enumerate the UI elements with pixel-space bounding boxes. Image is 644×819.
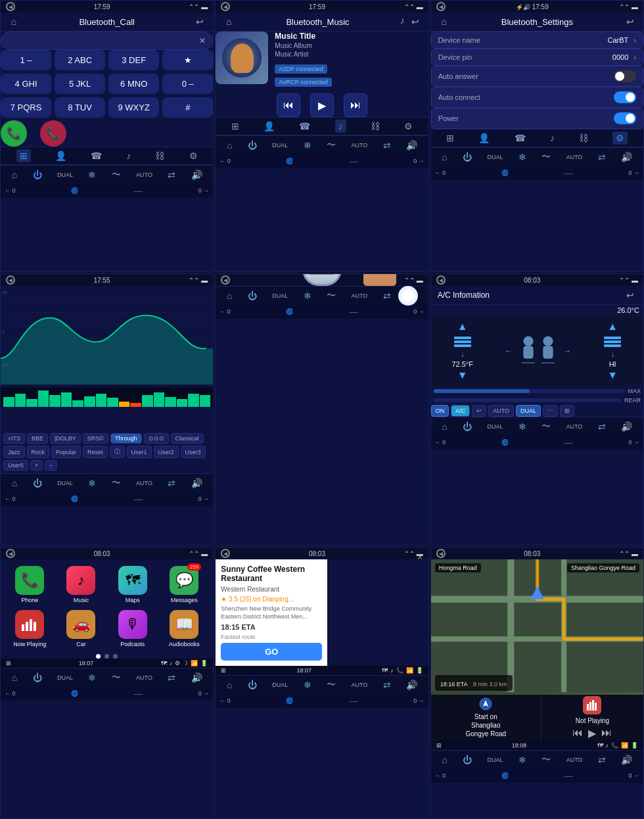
bottom-ac-4[interactable]: ❄ bbox=[88, 478, 96, 488]
chevron-device-pin[interactable]: › bbox=[633, 53, 636, 61]
key-hash[interactable]: # bbox=[162, 97, 213, 118]
back-button-7[interactable]: ◀ bbox=[6, 549, 15, 558]
call-search-input[interactable] bbox=[8, 37, 199, 45]
call-search-bar[interactable]: ✕ bbox=[1, 32, 213, 50]
ac-auto-btn[interactable]: AUTO bbox=[488, 405, 514, 417]
nav-grid-icon[interactable]: ⊞ bbox=[221, 667, 226, 674]
bottom-power-9[interactable]: ⏻ bbox=[463, 755, 472, 765]
preset-user2[interactable]: User2 bbox=[154, 446, 179, 458]
play-button[interactable]: ▶ bbox=[310, 93, 334, 117]
bottom-ac-icon[interactable]: ❄ bbox=[88, 170, 96, 180]
bottom-fan-3[interactable]: 〜 bbox=[541, 151, 551, 163]
bottom-power-3[interactable]: ⏻ bbox=[463, 152, 472, 162]
ac-recirculate-btn[interactable]: ↩ bbox=[472, 405, 486, 417]
back-button-4[interactable]: ◀ bbox=[6, 275, 15, 285]
next-button[interactable]: ⏭ bbox=[344, 93, 367, 117]
chevron-device-name[interactable]: › bbox=[633, 36, 636, 44]
nav-apps-icon[interactable]: ⊞ bbox=[16, 149, 31, 162]
preset-classical[interactable]: Classical bbox=[171, 433, 204, 444]
ac-right-up[interactable]: ▲ bbox=[607, 321, 618, 333]
bottom-home-8[interactable]: ⌂ bbox=[227, 680, 232, 690]
key-2[interactable]: 2 ABC bbox=[55, 50, 105, 70]
power-toggle[interactable] bbox=[614, 112, 636, 124]
carplay-settings-icon[interactable]: ⚙ bbox=[175, 660, 180, 667]
back-button-2[interactable]: ◀ bbox=[221, 2, 230, 11]
preset-user1[interactable]: User1 bbox=[127, 446, 152, 458]
app-messages[interactable]: 💬 259 Messages bbox=[162, 566, 206, 603]
auto-connect-toggle[interactable] bbox=[614, 91, 636, 103]
bottom-ac-9[interactable]: ❄ bbox=[518, 755, 526, 765]
auto-answer-toggle[interactable] bbox=[614, 70, 636, 82]
bottom-power-5[interactable]: ⏻ bbox=[248, 291, 257, 301]
ac-right-down[interactable]: ▼ bbox=[607, 369, 618, 381]
bottom-arrows-icon[interactable]: ⇄ bbox=[168, 170, 175, 180]
bottom-fan-7[interactable]: 〜 bbox=[112, 672, 121, 684]
nav-phone-icon[interactable]: ☎ bbox=[91, 151, 102, 161]
bottom-ac-8[interactable]: ❄ bbox=[304, 680, 311, 690]
app-car[interactable]: 🚗 Car bbox=[58, 610, 103, 647]
nav-settings-2[interactable]: ⚙ bbox=[404, 121, 413, 131]
bottom-vol-6[interactable]: 🔊 bbox=[621, 421, 632, 432]
bottom-arrows-3[interactable]: ⇄ bbox=[598, 152, 606, 162]
nav-phone-3[interactable]: ☎ bbox=[515, 133, 526, 143]
nav-settings-icon[interactable]: ⚙ bbox=[189, 151, 198, 161]
preset-its[interactable]: ≈ITS bbox=[3, 433, 25, 444]
ac-dual-btn[interactable]: DUAL bbox=[516, 405, 541, 417]
ac-grid-btn[interactable]: ⊞ bbox=[560, 405, 574, 417]
preset-info[interactable]: ⓘ bbox=[110, 446, 125, 458]
nav-user-icon[interactable]: 👤 bbox=[55, 151, 66, 161]
preset-rock[interactable]: Rock bbox=[27, 446, 50, 458]
bottom-power-6[interactable]: ⏻ bbox=[463, 421, 472, 432]
bottom-fan-2[interactable]: 〜 bbox=[327, 139, 336, 151]
back-icon-1[interactable]: ↩ bbox=[193, 15, 206, 28]
bottom-arrows-8[interactable]: ⇄ bbox=[383, 680, 391, 690]
prev-button[interactable]: ⏮ bbox=[277, 93, 300, 117]
bottom-home-2[interactable]: ⌂ bbox=[227, 140, 232, 151]
preset-bbe[interactable]: BBE bbox=[27, 433, 48, 444]
nav-link-2[interactable]: ⛓ bbox=[371, 121, 380, 131]
back-button-8[interactable]: ◀ bbox=[221, 549, 230, 558]
key-0[interactable]: 0 – bbox=[162, 74, 213, 94]
back-button-9[interactable]: ◀ bbox=[436, 549, 446, 558]
preset-circles[interactable]: ⊙⊙⊙ bbox=[144, 433, 169, 444]
preset-user3[interactable]: User3 bbox=[181, 446, 206, 458]
bottom-home-6[interactable]: ⌂ bbox=[442, 421, 447, 432]
bottom-arrows-2[interactable]: ⇄ bbox=[383, 140, 391, 151]
bottom-ac-7[interactable]: ❄ bbox=[88, 672, 96, 683]
nav-user-2[interactable]: 👤 bbox=[264, 121, 275, 131]
app-now-playing[interactable]: Now Playing bbox=[7, 610, 52, 647]
back-icon-6[interactable]: ↩ bbox=[624, 289, 637, 302]
preset-through[interactable]: Through bbox=[110, 433, 142, 444]
home-icon-2[interactable]: ⌂ bbox=[222, 15, 235, 28]
nav9-grid-icon[interactable]: ⊞ bbox=[436, 742, 442, 749]
bottom-fan-8[interactable]: 〜 bbox=[327, 679, 336, 691]
bottom-arrows-4[interactable]: ⇄ bbox=[168, 478, 175, 488]
bottom-ac-3[interactable]: ❄ bbox=[518, 152, 526, 162]
hangup-button[interactable]: 📞 bbox=[40, 120, 66, 147]
back-icon-2[interactable]: ↩ bbox=[409, 15, 422, 28]
next-track-btn[interactable]: ⏭ bbox=[601, 727, 612, 739]
nav-settings-3[interactable]: ⚙ bbox=[612, 131, 628, 145]
preset-minus[interactable]: – bbox=[45, 460, 57, 471]
bottom-power-8[interactable]: ⏻ bbox=[248, 680, 257, 690]
bottom-power-icon[interactable]: ⏻ bbox=[33, 170, 42, 180]
ac-left-down[interactable]: ↓ bbox=[461, 350, 465, 359]
bottom-fan-6[interactable]: 〜 bbox=[541, 421, 551, 433]
preset-dolby[interactable]: |DOLBY bbox=[50, 433, 81, 444]
home-icon-1[interactable]: ⌂ bbox=[7, 15, 20, 28]
preset-srs[interactable]: SRS© bbox=[83, 433, 108, 444]
preset-reset[interactable]: Reset bbox=[83, 446, 108, 458]
home-icon-3[interactable]: ⌂ bbox=[438, 15, 451, 28]
key-7[interactable]: 7 PQRS bbox=[1, 97, 51, 118]
key-9[interactable]: 9 WXYZ bbox=[108, 97, 159, 118]
bottom-arrows-7[interactable]: ⇄ bbox=[168, 672, 175, 683]
go-button[interactable]: GO bbox=[221, 643, 322, 661]
bottom-vol-2[interactable]: 🔊 bbox=[406, 140, 417, 151]
bottom-fan-4[interactable]: 〜 bbox=[112, 477, 121, 489]
ac-defrost-btn[interactable]: ⋯ bbox=[543, 405, 558, 417]
back-icon-3[interactable]: ↩ bbox=[624, 15, 637, 28]
app-audiobooks[interactable]: 📖 Audiobooks bbox=[162, 610, 206, 647]
bottom-home-icon[interactable]: ⌂ bbox=[12, 170, 17, 180]
nav-music-icon[interactable]: ♪ bbox=[126, 151, 131, 161]
ac-on-btn[interactable]: ON bbox=[431, 405, 449, 417]
